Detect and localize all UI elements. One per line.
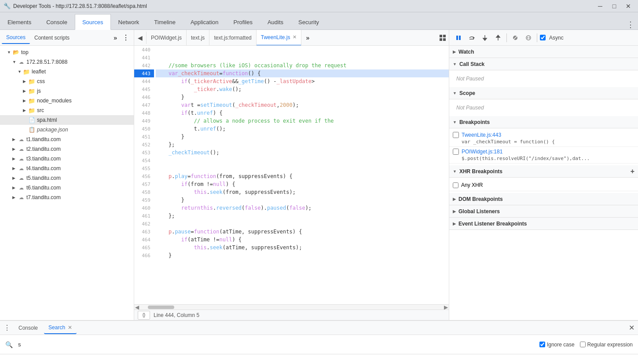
line-num-463: 463 <box>134 228 154 236</box>
bottom-dots-button[interactable]: ⋮ <box>4 324 11 332</box>
call-stack-label: Call Stack <box>459 61 484 67</box>
ignore-case-option[interactable]: Ignore case <box>539 342 575 348</box>
maximize-button[interactable]: □ <box>608 2 620 11</box>
tab-security[interactable]: Security <box>291 14 326 30</box>
bottom-console-label: Console <box>18 325 38 331</box>
dom-breakpoints-header[interactable]: ▶ DOM Breakpoints <box>449 193 638 205</box>
pause-button[interactable] <box>453 32 464 44</box>
line-num-453: 453 <box>134 149 154 157</box>
tree-item-t7[interactable]: ▶ ☁ t7.tianditu.com <box>0 193 134 202</box>
bottom-tab-search[interactable]: Search ✕ <box>44 322 77 334</box>
breakpoints-header[interactable]: ▼ Breakpoints <box>449 116 638 128</box>
tree-item-package-json[interactable]: ▶ 📋 package.json <box>0 125 134 135</box>
code-tab-close-button[interactable]: ✕ <box>293 34 297 40</box>
breakpoint-tweenlite-checkbox[interactable] <box>453 132 459 138</box>
format-button[interactable]: {} <box>138 311 150 320</box>
step-over-button[interactable] <box>466 32 477 44</box>
tree-item-css[interactable]: ▶ 📁 css <box>0 76 134 86</box>
sidebar-menu-button[interactable]: ⋮ <box>120 33 132 42</box>
pause-on-exceptions-button[interactable] <box>523 32 534 44</box>
bottom-search-close[interactable]: ✕ <box>68 324 72 331</box>
xhr-add-button[interactable]: + <box>631 167 634 175</box>
code-tab-textjs-formatted[interactable]: text.js:formatted <box>209 30 256 46</box>
breakpoint-poiwidget-file[interactable]: POIWidget.js:181 <box>462 149 502 155</box>
bottom-panel: ⋮ Console Search ✕ ✕ 🔍 Ignore case Regul… <box>0 320 638 364</box>
sidebar-tab-sources[interactable]: Sources <box>2 32 30 44</box>
line-num-459: 459 <box>134 196 154 204</box>
tab-profiles[interactable]: Profiles <box>226 14 260 30</box>
tab-audits[interactable]: Audits <box>260 14 291 30</box>
tab-network[interactable]: Network <box>111 14 147 30</box>
breakpoint-poiwidget-checkbox[interactable] <box>453 149 459 155</box>
code-tab-textjs[interactable]: text.js <box>187 30 209 46</box>
scope-arrow: ▼ <box>453 91 457 95</box>
search-bar: 🔍 Ignore case Regular expression <box>0 335 638 354</box>
code-editor-toggle-button[interactable] <box>436 32 449 44</box>
any-xhr-checkbox[interactable] <box>453 182 458 188</box>
bottom-close-button[interactable]: ✕ <box>629 324 634 332</box>
file-tree: ▼ 📂 top ▼ ☁ 172.28.51.7:8088 ▼ 📁 leaflet <box>0 46 134 320</box>
code-tab-tweenlite[interactable]: TweenLite.js ✕ <box>257 30 302 46</box>
breakpoints-arrow: ▼ <box>453 120 457 124</box>
bottom-tabs: ⋮ Console Search ✕ ✕ <box>0 321 638 335</box>
xhr-breakpoints-header[interactable]: ▼ XHR Breakpoints + <box>449 165 638 178</box>
tree-item-js[interactable]: ▶ 📁 js <box>0 86 134 96</box>
code-tab-poiwidget[interactable]: POIWidget.js <box>147 30 187 46</box>
nav-more-button[interactable]: ⋮ <box>627 20 634 29</box>
scope-header[interactable]: ▼ Scope <box>449 87 638 99</box>
tab-sources[interactable]: Sources <box>75 14 111 30</box>
tab-application[interactable]: Application <box>183 14 226 30</box>
event-listener-breakpoints-header[interactable]: ▶ Event Listener Breakpoints <box>449 218 638 230</box>
tree-item-spa-html[interactable]: ▶ 📄 spa.html <box>0 115 134 125</box>
toolbar-sep-2 <box>537 33 537 42</box>
code-line-466: } <box>156 251 449 259</box>
tree-item-t3[interactable]: ▶ ☁ t3.tianditu.com <box>0 154 134 164</box>
watch-section-header[interactable]: ▶ Watch <box>449 46 638 58</box>
breakpoint-tweenlite-file[interactable]: TweenLite.js:443 <box>462 132 501 138</box>
scrollbar-thumb[interactable] <box>148 306 174 309</box>
ignore-case-checkbox[interactable] <box>539 342 545 347</box>
call-stack-header[interactable]: ▼ Call Stack <box>449 58 638 70</box>
code-line-446: } <box>156 93 449 101</box>
tab-elements[interactable]: Elements <box>0 14 39 30</box>
sidebar-tab-more-button[interactable]: » <box>111 34 120 41</box>
tree-item-node-modules[interactable]: ▶ 📁 node_modules <box>0 96 134 106</box>
code-tab-back-button[interactable]: ◀ <box>134 32 147 44</box>
tab-timeline[interactable]: Timeline <box>147 14 183 30</box>
code-line-455 <box>156 164 449 172</box>
sidebar-tab-content-scripts[interactable]: Content scripts <box>30 32 74 44</box>
global-listeners-header[interactable]: ▶ Global Listeners <box>449 205 638 218</box>
tree-item-t2[interactable]: ▶ ☁ t2.tianditu.com <box>0 144 134 154</box>
step-out-button[interactable] <box>492 32 504 44</box>
minimize-button[interactable]: ─ <box>594 2 606 11</box>
async-label: Async <box>549 35 564 41</box>
breakpoint-poiwidget-code: $.post(this.resolveURI("/index/save"),da… <box>453 156 634 161</box>
async-checkbox[interactable] <box>540 35 546 40</box>
tree-item-t1[interactable]: ▶ ☁ t1.tianditu.com <box>0 135 134 144</box>
line-num-443: 443 <box>134 69 154 77</box>
code-editor[interactable]: 440 441 442 443 444 445 446 447 448 449 … <box>134 46 449 304</box>
code-content[interactable]: //some browsers (like iOS) occasionally … <box>154 46 449 304</box>
bottom-tab-console[interactable]: Console <box>14 322 42 334</box>
close-button[interactable]: ✕ <box>622 2 634 11</box>
tree-item-src[interactable]: ▶ 📁 src <box>0 106 134 115</box>
tree-item-t5[interactable]: ▶ ☁ t5.tianditu.com <box>0 173 134 183</box>
deactivate-breakpoints-button[interactable] <box>510 32 521 44</box>
regex-checkbox[interactable] <box>580 342 586 347</box>
tree-item-leaflet[interactable]: ▼ 📁 leaflet <box>0 67 134 76</box>
code-tab-more-button[interactable]: » <box>301 32 314 44</box>
step-into-button[interactable] <box>479 32 491 44</box>
regex-option[interactable]: Regular expression <box>580 342 633 348</box>
tab-console[interactable]: Console <box>39 14 75 30</box>
code-line-465: this.seek(atTime, suppressEvents); <box>156 244 449 251</box>
tree-item-server[interactable]: ▼ ☁ 172.28.51.7:8088 <box>0 57 134 67</box>
tree-item-t4[interactable]: ▶ ☁ t4.tianditu.com <box>0 164 134 173</box>
horizontal-scrollbar[interactable]: ◀ ▶ <box>134 304 449 309</box>
cloud-icon-t4: ☁ <box>18 165 25 172</box>
breakpoints-content: TweenLite.js:443 var _checkTimeout = fun… <box>449 128 638 165</box>
tree-item-top[interactable]: ▼ 📂 top <box>0 47 134 57</box>
search-input[interactable] <box>18 341 534 348</box>
nav-tabs: Elements Console Sources Network Timelin… <box>0 12 638 30</box>
tree-item-t6[interactable]: ▶ ☁ t6.tianditu.com <box>0 183 134 193</box>
right-content: ▶ Watch ▼ Call Stack Not Paused ▼ Scope <box>449 46 638 320</box>
